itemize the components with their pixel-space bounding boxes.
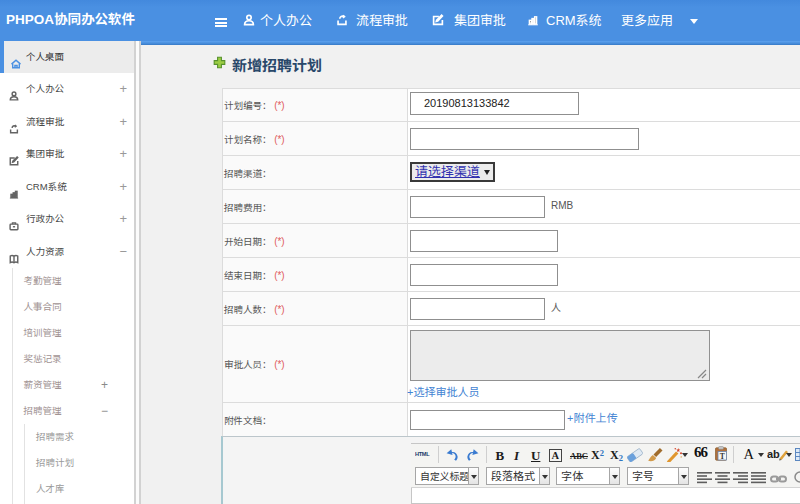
svg-text:T: T bbox=[720, 452, 725, 461]
svg-text:ab: ab bbox=[767, 448, 780, 460]
